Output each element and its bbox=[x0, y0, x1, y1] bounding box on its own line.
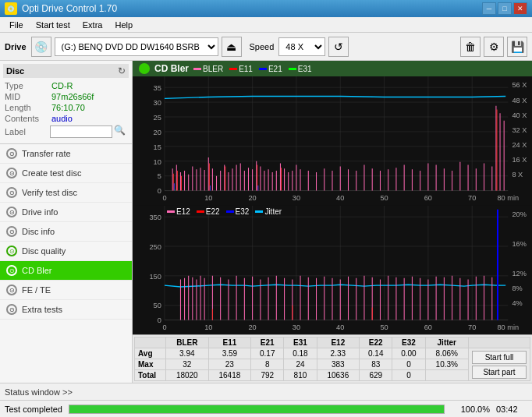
transfer-rate-label: Transfer rate bbox=[22, 149, 71, 158]
sidebar-item-drive-info[interactable]: ⊙ Drive info bbox=[0, 203, 132, 222]
avg-e11: 3.59 bbox=[208, 348, 251, 359]
speed-select[interactable]: 48 X bbox=[278, 37, 325, 56]
svg-text:4%: 4% bbox=[512, 299, 522, 306]
label-icon-button[interactable]: 🔍 bbox=[114, 125, 127, 139]
label-label: Label bbox=[5, 127, 50, 136]
svg-text:60: 60 bbox=[424, 194, 432, 202]
svg-text:40: 40 bbox=[336, 323, 344, 331]
disc-quality-label: Disc quality bbox=[22, 246, 66, 256]
svg-text:35: 35 bbox=[154, 84, 161, 92]
svg-text:48 X: 48 X bbox=[512, 97, 527, 104]
svg-text:32 X: 32 X bbox=[512, 126, 527, 134]
save-button[interactable]: 💾 bbox=[507, 37, 527, 57]
sidebar-item-disc-info[interactable]: ⊙ Disc info bbox=[0, 222, 132, 242]
stats-area: BLER E11 E21 E31 E12 E22 E32 Jitter Avg bbox=[133, 334, 532, 383]
contents-label: Contents bbox=[5, 114, 51, 123]
svg-text:0: 0 bbox=[158, 188, 161, 196]
settings-button[interactable]: ⚙ bbox=[484, 37, 504, 57]
total-e12: 10636 bbox=[317, 370, 360, 381]
svg-text:16%: 16% bbox=[512, 240, 527, 248]
label-input[interactable] bbox=[50, 125, 112, 138]
avg-jitter: 8.06% bbox=[425, 348, 468, 359]
legend-jitter-label: Jitter bbox=[264, 207, 282, 216]
status-window-button[interactable]: Status window >> bbox=[5, 387, 73, 397]
bottom-legend: E12 E22 E32 Jitter bbox=[167, 207, 282, 216]
sidebar: Disc ↻ Type CD-R MID 97m26s66f Length 76… bbox=[0, 61, 133, 383]
drive-info-icon: ⊙ bbox=[6, 207, 17, 217]
svg-text:20: 20 bbox=[248, 194, 256, 202]
refresh-button[interactable]: ↺ bbox=[328, 37, 349, 57]
menu-bar: File Start test Extra Help bbox=[0, 17, 532, 33]
legend-e11-label: E11 bbox=[239, 65, 253, 73]
svg-text:10: 10 bbox=[154, 158, 161, 166]
extra-tests-icon: ⊙ bbox=[6, 304, 17, 315]
legend-e31: E31 bbox=[289, 65, 312, 73]
verify-test-disc-icon: ⊙ bbox=[6, 187, 17, 198]
total-e31: 810 bbox=[284, 370, 317, 381]
svg-text:40 X: 40 X bbox=[512, 111, 527, 119]
sidebar-item-fe-te[interactable]: ⊙ FE / TE bbox=[0, 281, 132, 300]
menu-help[interactable]: Help bbox=[108, 19, 139, 31]
menu-file[interactable]: File bbox=[3, 19, 30, 31]
maximize-button[interactable]: □ bbox=[498, 2, 512, 15]
max-jitter: 10.3% bbox=[425, 359, 468, 370]
legend-e21-label: E21 bbox=[268, 65, 282, 73]
progress-text: 100.0% bbox=[451, 405, 490, 414]
start-part-button[interactable]: Start part bbox=[472, 366, 527, 379]
svg-text:150: 150 bbox=[149, 272, 161, 280]
svg-text:80 min: 80 min bbox=[497, 323, 519, 331]
erase-button[interactable]: 🗑 bbox=[460, 37, 481, 57]
eject-button[interactable]: ⏏ bbox=[222, 37, 242, 57]
legend-e21: E21 bbox=[259, 65, 282, 73]
max-e11: 23 bbox=[208, 359, 251, 370]
svg-text:10: 10 bbox=[204, 323, 212, 331]
max-e22: 83 bbox=[360, 359, 392, 370]
speed-label: Speed bbox=[250, 42, 275, 51]
sidebar-item-disc-quality[interactable]: ⊙ Disc quality bbox=[0, 242, 132, 261]
cd-bler-icon: ⊙ bbox=[6, 265, 17, 276]
disc-header-text: Disc bbox=[6, 66, 24, 76]
drive-select[interactable]: (G:) BENQ DVD DD DW1640 BSRB bbox=[55, 37, 218, 56]
svg-text:24 X: 24 X bbox=[512, 141, 527, 149]
mid-value: 97m26s66f bbox=[51, 92, 94, 101]
max-e21: 8 bbox=[251, 359, 284, 370]
legend-e31-label: E31 bbox=[298, 65, 312, 73]
bottom-chart-area: E12 E22 E32 Jitter bbox=[133, 206, 532, 335]
fe-te-icon: ⊙ bbox=[6, 284, 17, 295]
extra-tests-label: Extra tests bbox=[22, 305, 62, 314]
total-label: Total bbox=[135, 370, 166, 381]
close-button[interactable]: ✕ bbox=[513, 2, 527, 15]
drive-icon: 💿 bbox=[31, 37, 51, 57]
menu-start-test[interactable]: Start test bbox=[30, 19, 76, 31]
svg-text:15: 15 bbox=[154, 143, 161, 151]
top-chart-area: 0 5 10 15 20 25 30 35 0 10 20 30 40 50 6… bbox=[133, 76, 532, 206]
cd-bler-label: CD Bler bbox=[22, 266, 52, 275]
svg-text:20: 20 bbox=[248, 323, 256, 331]
legend-e32-label: E32 bbox=[236, 207, 250, 216]
svg-text:60: 60 bbox=[424, 323, 432, 331]
avg-e31: 0.18 bbox=[284, 348, 317, 359]
sidebar-item-extra-tests[interactable]: ⊙ Extra tests bbox=[0, 300, 132, 320]
total-bler: 18020 bbox=[166, 370, 209, 381]
sidebar-item-verify-test-disc[interactable]: ⊙ Verify test disc bbox=[0, 183, 132, 203]
stats-row-avg: Avg 3.94 3.59 0.17 0.18 2.33 0.14 0.00 8… bbox=[135, 348, 530, 359]
disc-refresh-button[interactable]: ↻ bbox=[118, 65, 126, 76]
content-area: CD Bler BLER E11 E21 E31 bbox=[133, 61, 532, 383]
svg-text:350: 350 bbox=[149, 214, 161, 221]
minimize-button[interactable]: ─ bbox=[482, 2, 496, 15]
menu-extra[interactable]: Extra bbox=[76, 19, 109, 31]
top-legend: BLER E11 E21 E31 bbox=[193, 65, 312, 73]
length-value: 76:10.70 bbox=[51, 103, 85, 112]
col-header-e12: E12 bbox=[317, 337, 360, 348]
col-header-e32: E32 bbox=[392, 337, 425, 348]
sidebar-item-cd-bler[interactable]: ⊙ CD Bler bbox=[0, 261, 132, 281]
bottom-toolbar: Status window >> bbox=[0, 383, 532, 400]
sidebar-item-transfer-rate[interactable]: ⊙ Transfer rate bbox=[0, 144, 132, 164]
start-full-button[interactable]: Start full bbox=[472, 351, 527, 364]
sidebar-item-create-test-disc[interactable]: ⊙ Create test disc bbox=[0, 164, 132, 183]
legend-bler: BLER bbox=[193, 65, 223, 73]
svg-text:5: 5 bbox=[158, 173, 161, 181]
col-header-actions bbox=[469, 337, 530, 348]
drive-label: Drive bbox=[5, 42, 27, 51]
col-header-jitter: Jitter bbox=[425, 337, 468, 348]
